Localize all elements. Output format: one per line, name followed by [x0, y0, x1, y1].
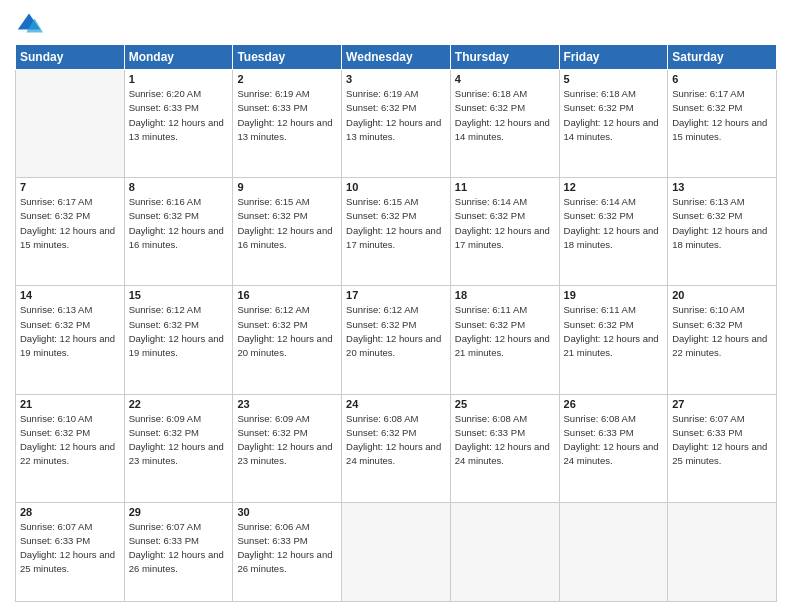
day-info: Sunrise: 6:12 AMSunset: 6:32 PMDaylight:…: [237, 303, 337, 360]
day-info: Sunrise: 6:10 AMSunset: 6:32 PMDaylight:…: [20, 412, 120, 469]
calendar-cell: 25 Sunrise: 6:08 AMSunset: 6:33 PMDaylig…: [450, 394, 559, 502]
calendar-cell: 7 Sunrise: 6:17 AMSunset: 6:32 PMDayligh…: [16, 178, 125, 286]
day-info: Sunrise: 6:11 AMSunset: 6:32 PMDaylight:…: [455, 303, 555, 360]
day-header-monday: Monday: [124, 45, 233, 70]
day-header-row: SundayMondayTuesdayWednesdayThursdayFrid…: [16, 45, 777, 70]
day-info: Sunrise: 6:07 AMSunset: 6:33 PMDaylight:…: [129, 520, 229, 577]
calendar-cell: 12 Sunrise: 6:14 AMSunset: 6:32 PMDaylig…: [559, 178, 668, 286]
day-number: 28: [20, 506, 120, 518]
day-info: Sunrise: 6:14 AMSunset: 6:32 PMDaylight:…: [455, 195, 555, 252]
day-info: Sunrise: 6:08 AMSunset: 6:32 PMDaylight:…: [346, 412, 446, 469]
day-info: Sunrise: 6:12 AMSunset: 6:32 PMDaylight:…: [346, 303, 446, 360]
day-number: 8: [129, 181, 229, 193]
day-info: Sunrise: 6:08 AMSunset: 6:33 PMDaylight:…: [455, 412, 555, 469]
day-header-tuesday: Tuesday: [233, 45, 342, 70]
day-info: Sunrise: 6:15 AMSunset: 6:32 PMDaylight:…: [346, 195, 446, 252]
calendar-cell: 15 Sunrise: 6:12 AMSunset: 6:32 PMDaylig…: [124, 286, 233, 394]
logo-icon: [15, 10, 43, 38]
calendar-cell: 3 Sunrise: 6:19 AMSunset: 6:32 PMDayligh…: [342, 70, 451, 178]
calendar-body: 1 Sunrise: 6:20 AMSunset: 6:33 PMDayligh…: [16, 70, 777, 602]
day-info: Sunrise: 6:08 AMSunset: 6:33 PMDaylight:…: [564, 412, 664, 469]
day-number: 5: [564, 73, 664, 85]
day-number: 16: [237, 289, 337, 301]
calendar-cell: 26 Sunrise: 6:08 AMSunset: 6:33 PMDaylig…: [559, 394, 668, 502]
calendar-cell: 9 Sunrise: 6:15 AMSunset: 6:32 PMDayligh…: [233, 178, 342, 286]
calendar-cell: 16 Sunrise: 6:12 AMSunset: 6:32 PMDaylig…: [233, 286, 342, 394]
calendar-week-5: 28 Sunrise: 6:07 AMSunset: 6:33 PMDaylig…: [16, 502, 777, 601]
day-info: Sunrise: 6:13 AMSunset: 6:32 PMDaylight:…: [20, 303, 120, 360]
day-info: Sunrise: 6:19 AMSunset: 6:32 PMDaylight:…: [346, 87, 446, 144]
calendar-cell: 30 Sunrise: 6:06 AMSunset: 6:33 PMDaylig…: [233, 502, 342, 601]
calendar-cell: 13 Sunrise: 6:13 AMSunset: 6:32 PMDaylig…: [668, 178, 777, 286]
calendar-cell: 4 Sunrise: 6:18 AMSunset: 6:32 PMDayligh…: [450, 70, 559, 178]
day-number: 30: [237, 506, 337, 518]
calendar-cell: [559, 502, 668, 601]
day-number: 9: [237, 181, 337, 193]
day-info: Sunrise: 6:16 AMSunset: 6:32 PMDaylight:…: [129, 195, 229, 252]
calendar-cell: 22 Sunrise: 6:09 AMSunset: 6:32 PMDaylig…: [124, 394, 233, 502]
calendar-week-3: 14 Sunrise: 6:13 AMSunset: 6:32 PMDaylig…: [16, 286, 777, 394]
day-number: 29: [129, 506, 229, 518]
calendar-cell: 18 Sunrise: 6:11 AMSunset: 6:32 PMDaylig…: [450, 286, 559, 394]
calendar-cell: 20 Sunrise: 6:10 AMSunset: 6:32 PMDaylig…: [668, 286, 777, 394]
day-number: 18: [455, 289, 555, 301]
calendar-week-1: 1 Sunrise: 6:20 AMSunset: 6:33 PMDayligh…: [16, 70, 777, 178]
day-number: 13: [672, 181, 772, 193]
calendar-cell: 11 Sunrise: 6:14 AMSunset: 6:32 PMDaylig…: [450, 178, 559, 286]
calendar-cell: [16, 70, 125, 178]
calendar-cell: 1 Sunrise: 6:20 AMSunset: 6:33 PMDayligh…: [124, 70, 233, 178]
calendar-cell: 27 Sunrise: 6:07 AMSunset: 6:33 PMDaylig…: [668, 394, 777, 502]
calendar-header: SundayMondayTuesdayWednesdayThursdayFrid…: [16, 45, 777, 70]
calendar-cell: 23 Sunrise: 6:09 AMSunset: 6:32 PMDaylig…: [233, 394, 342, 502]
day-number: 14: [20, 289, 120, 301]
day-info: Sunrise: 6:18 AMSunset: 6:32 PMDaylight:…: [564, 87, 664, 144]
calendar-week-2: 7 Sunrise: 6:17 AMSunset: 6:32 PMDayligh…: [16, 178, 777, 286]
day-header-sunday: Sunday: [16, 45, 125, 70]
day-number: 2: [237, 73, 337, 85]
calendar-cell: 8 Sunrise: 6:16 AMSunset: 6:32 PMDayligh…: [124, 178, 233, 286]
calendar-cell: 21 Sunrise: 6:10 AMSunset: 6:32 PMDaylig…: [16, 394, 125, 502]
day-info: Sunrise: 6:18 AMSunset: 6:32 PMDaylight:…: [455, 87, 555, 144]
day-info: Sunrise: 6:09 AMSunset: 6:32 PMDaylight:…: [129, 412, 229, 469]
header: [15, 10, 777, 38]
day-header-friday: Friday: [559, 45, 668, 70]
day-number: 12: [564, 181, 664, 193]
logo: [15, 10, 47, 38]
day-info: Sunrise: 6:07 AMSunset: 6:33 PMDaylight:…: [672, 412, 772, 469]
calendar-week-4: 21 Sunrise: 6:10 AMSunset: 6:32 PMDaylig…: [16, 394, 777, 502]
calendar-cell: 10 Sunrise: 6:15 AMSunset: 6:32 PMDaylig…: [342, 178, 451, 286]
day-number: 26: [564, 398, 664, 410]
day-header-saturday: Saturday: [668, 45, 777, 70]
day-number: 27: [672, 398, 772, 410]
day-info: Sunrise: 6:09 AMSunset: 6:32 PMDaylight:…: [237, 412, 337, 469]
day-number: 23: [237, 398, 337, 410]
calendar-cell: [450, 502, 559, 601]
day-info: Sunrise: 6:15 AMSunset: 6:32 PMDaylight:…: [237, 195, 337, 252]
day-info: Sunrise: 6:10 AMSunset: 6:32 PMDaylight:…: [672, 303, 772, 360]
calendar-table: SundayMondayTuesdayWednesdayThursdayFrid…: [15, 44, 777, 602]
day-number: 10: [346, 181, 446, 193]
calendar-cell: [342, 502, 451, 601]
day-header-thursday: Thursday: [450, 45, 559, 70]
day-number: 24: [346, 398, 446, 410]
calendar-cell: 17 Sunrise: 6:12 AMSunset: 6:32 PMDaylig…: [342, 286, 451, 394]
day-info: Sunrise: 6:07 AMSunset: 6:33 PMDaylight:…: [20, 520, 120, 577]
calendar-cell: 6 Sunrise: 6:17 AMSunset: 6:32 PMDayligh…: [668, 70, 777, 178]
calendar-cell: 29 Sunrise: 6:07 AMSunset: 6:33 PMDaylig…: [124, 502, 233, 601]
day-info: Sunrise: 6:17 AMSunset: 6:32 PMDaylight:…: [20, 195, 120, 252]
day-number: 1: [129, 73, 229, 85]
day-info: Sunrise: 6:20 AMSunset: 6:33 PMDaylight:…: [129, 87, 229, 144]
day-number: 11: [455, 181, 555, 193]
calendar-cell: 19 Sunrise: 6:11 AMSunset: 6:32 PMDaylig…: [559, 286, 668, 394]
calendar-cell: 14 Sunrise: 6:13 AMSunset: 6:32 PMDaylig…: [16, 286, 125, 394]
day-info: Sunrise: 6:19 AMSunset: 6:33 PMDaylight:…: [237, 87, 337, 144]
day-number: 20: [672, 289, 772, 301]
day-number: 3: [346, 73, 446, 85]
day-info: Sunrise: 6:14 AMSunset: 6:32 PMDaylight:…: [564, 195, 664, 252]
day-number: 15: [129, 289, 229, 301]
day-info: Sunrise: 6:06 AMSunset: 6:33 PMDaylight:…: [237, 520, 337, 577]
day-info: Sunrise: 6:11 AMSunset: 6:32 PMDaylight:…: [564, 303, 664, 360]
calendar-cell: [668, 502, 777, 601]
day-info: Sunrise: 6:13 AMSunset: 6:32 PMDaylight:…: [672, 195, 772, 252]
page: SundayMondayTuesdayWednesdayThursdayFrid…: [0, 0, 792, 612]
